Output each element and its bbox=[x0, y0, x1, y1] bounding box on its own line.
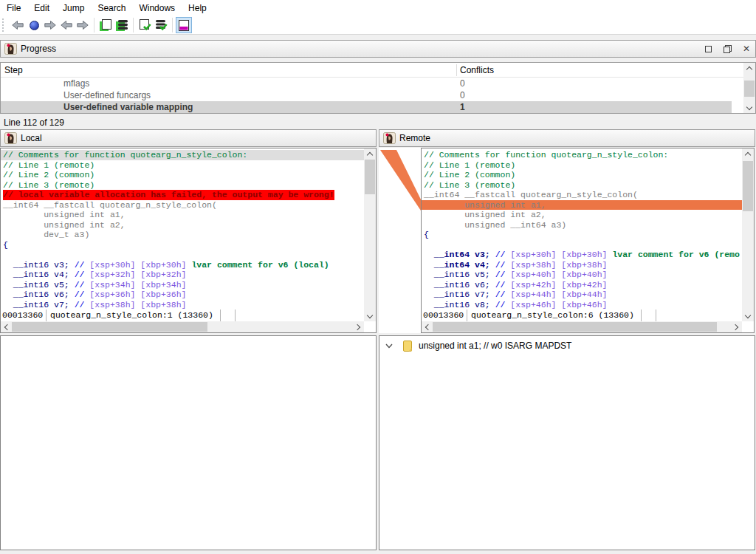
code-line[interactable]: // Comments for function quotearg_n_styl… bbox=[1, 150, 364, 160]
code-line[interactable]: { bbox=[3, 240, 364, 250]
menu-search[interactable]: Search bbox=[91, 1, 132, 16]
nav-forward-icon[interactable] bbox=[42, 17, 58, 33]
code-line[interactable]: unsigned __int64 a3) bbox=[424, 220, 742, 230]
code-line[interactable]: // Comments for function quotearg_n_styl… bbox=[424, 150, 742, 160]
local-code[interactable]: // Comments for function quotearg_n_styl… bbox=[1, 148, 364, 310]
remote-code-frame: // Comments for function quotearg_n_styl… bbox=[421, 148, 755, 333]
scroll-up-button[interactable] bbox=[364, 148, 376, 159]
scrollbar-thumb[interactable] bbox=[744, 81, 755, 97]
code-line[interactable]: __int16 v6; // [xsp+42h] [xbp+42h] bbox=[424, 280, 742, 290]
progress-table-header: Step Conflicts bbox=[1, 63, 755, 78]
ida-merge-window: { "menu": { "items": ["File", "Edit", "J… bbox=[0, 0, 756, 554]
code-line[interactable]: __int64 v4; // [xsp+38h] [xbp+38h] bbox=[424, 260, 742, 270]
local-vscrollbar[interactable] bbox=[364, 148, 376, 321]
apply-stack-check-icon[interactable] bbox=[153, 17, 169, 33]
scrollbar-thumb[interactable] bbox=[743, 161, 753, 211]
code-segment: __int64 v3; bbox=[424, 250, 495, 259]
code-segment: __int16 v8; bbox=[424, 300, 495, 310]
remote-title: Remote bbox=[399, 133, 430, 143]
code-line[interactable]: unsigned int a2, bbox=[424, 210, 742, 220]
code-line[interactable]: __int16 v5; // [xsp+40h] [xbp+40h] bbox=[424, 270, 742, 280]
scroll-up-button[interactable] bbox=[742, 148, 754, 159]
code-line[interactable]: dev_t a3) bbox=[3, 230, 364, 240]
maximize-button[interactable] bbox=[704, 44, 712, 53]
local-titlebar[interactable]: Local bbox=[0, 129, 377, 147]
code-line[interactable]: // Line 1 (remote) bbox=[424, 160, 742, 171]
code-line[interactable]: __int16 v6; // [xsp+36h] [xbp+36h] bbox=[3, 290, 364, 300]
scrollbar-thumb[interactable] bbox=[12, 322, 207, 332]
float-button[interactable] bbox=[723, 44, 732, 53]
close-button[interactable]: ✕ bbox=[742, 44, 751, 53]
code-line[interactable]: // Line 2 (common) bbox=[3, 170, 364, 180]
code-line[interactable]: // Line 3 (remote) bbox=[424, 180, 742, 191]
progress-row-selected[interactable]: User-defined variable mapping 1 bbox=[1, 101, 732, 113]
code-line[interactable] bbox=[424, 240, 742, 250]
progress-row[interactable]: User-defined funcargs 0 bbox=[1, 89, 732, 101]
merge-tree-item[interactable]: unsigned int a1; // w0 ISARG MAPDST bbox=[379, 339, 755, 352]
code-segment: unsigned int a2, bbox=[3, 220, 126, 230]
step-cell: mflags bbox=[63, 78, 89, 89]
remote-code[interactable]: // Comments for function quotearg_n_styl… bbox=[422, 148, 742, 310]
progress-scrollbar[interactable] bbox=[743, 63, 755, 113]
scrollbar-thumb[interactable] bbox=[365, 160, 375, 194]
scroll-right-button[interactable] bbox=[353, 321, 364, 332]
scroll-down-button[interactable] bbox=[743, 103, 755, 113]
chevron-down-icon[interactable] bbox=[385, 343, 393, 349]
code-line[interactable]: // Line 1 (remote) bbox=[3, 160, 364, 171]
remote-vscrollbar[interactable] bbox=[742, 148, 754, 321]
code-line[interactable]: __int64 v3; // [xsp+30h] [xbp+30h] lvar … bbox=[424, 250, 742, 260]
code-line[interactable]: { bbox=[424, 230, 742, 240]
copy-doc-stack-icon[interactable] bbox=[114, 17, 130, 33]
code-line[interactable]: __int16 v7; // [xsp+44h] [xbp+44h] bbox=[424, 290, 742, 300]
code-line[interactable]: unsigned int a2, bbox=[3, 220, 364, 230]
code-line[interactable]: __int64 __fastcall quotearg_n_style_colo… bbox=[3, 200, 364, 211]
scroll-right-button[interactable] bbox=[731, 321, 742, 332]
code-segment: [xsp+38h] [xbp+38h] bbox=[510, 260, 607, 270]
code-line[interactable]: unsigned int a1, bbox=[3, 210, 364, 220]
code-segment: unsigned int a2, bbox=[424, 210, 546, 219]
scroll-down-button[interactable] bbox=[742, 311, 754, 321]
code-line[interactable]: __int16 v5; // [xsp+34h] [xbp+34h] bbox=[3, 280, 364, 290]
code-segment: __int16 v4; bbox=[3, 270, 75, 279]
menu-jump[interactable]: Jump bbox=[56, 1, 91, 16]
apply-doc-check-icon[interactable] bbox=[137, 17, 153, 33]
column-separator[interactable] bbox=[456, 64, 457, 76]
code-line[interactable]: unsigned int a1, bbox=[422, 200, 742, 211]
column-header-step[interactable]: Step bbox=[4, 65, 23, 75]
code-line[interactable]: // local variable allocation has failed,… bbox=[3, 190, 334, 200]
progress-row[interactable]: mflags 0 bbox=[1, 78, 732, 89]
code-line[interactable]: __int16 v7; // [xsp+38h] [xbp+38h] bbox=[3, 300, 364, 310]
progress-titlebar[interactable]: Progress ✕ bbox=[0, 40, 756, 58]
code-line[interactable]: __int16 v3; // [xsp+30h] [xbp+30h] lvar … bbox=[3, 260, 364, 270]
code-line[interactable]: // Line 2 (common) bbox=[424, 170, 742, 180]
menu-windows[interactable]: Windows bbox=[132, 1, 182, 16]
nav-back-icon[interactable] bbox=[10, 17, 26, 33]
local-hscrollbar[interactable] bbox=[1, 321, 364, 332]
ida-icon bbox=[4, 132, 17, 144]
code-segment: dev_t a3) bbox=[3, 230, 89, 239]
menu-file[interactable]: File bbox=[0, 1, 27, 16]
scroll-down-button[interactable] bbox=[364, 311, 376, 321]
remote-hscrollbar[interactable] bbox=[422, 321, 742, 332]
menu-help[interactable]: Help bbox=[182, 1, 213, 16]
toolbar-grip[interactable] bbox=[2, 18, 5, 32]
scrollbar-thumb[interactable] bbox=[433, 322, 717, 332]
code-line[interactable]: __int16 v4; // [xsp+32h] [xbp+32h] bbox=[3, 270, 364, 280]
code-line[interactable]: __int64 __fastcall quotearg_n_style_colo… bbox=[424, 190, 742, 200]
scroll-left-button[interactable] bbox=[422, 321, 433, 332]
toolbar-separator bbox=[133, 18, 134, 33]
merge-view-icon[interactable] bbox=[176, 17, 192, 33]
nav-current-icon[interactable] bbox=[26, 17, 42, 33]
scroll-up-button[interactable] bbox=[743, 63, 755, 73]
copy-doc-icon[interactable] bbox=[97, 17, 114, 33]
code-line[interactable]: __int16 v8; // [xsp+46h] [xbp+46h] bbox=[424, 300, 742, 310]
nav-next-icon[interactable] bbox=[75, 17, 91, 33]
scroll-left-button[interactable] bbox=[1, 321, 12, 332]
code-line[interactable]: // Line 3 (remote) bbox=[3, 180, 364, 191]
column-header-conflicts[interactable]: Conflicts bbox=[460, 65, 494, 75]
remote-titlebar[interactable]: Remote bbox=[379, 129, 755, 147]
menu-edit[interactable]: Edit bbox=[27, 1, 56, 16]
code-segment: __int16 v7; bbox=[424, 290, 495, 299]
nav-previous-icon[interactable] bbox=[58, 17, 75, 33]
code-line[interactable] bbox=[3, 250, 364, 260]
